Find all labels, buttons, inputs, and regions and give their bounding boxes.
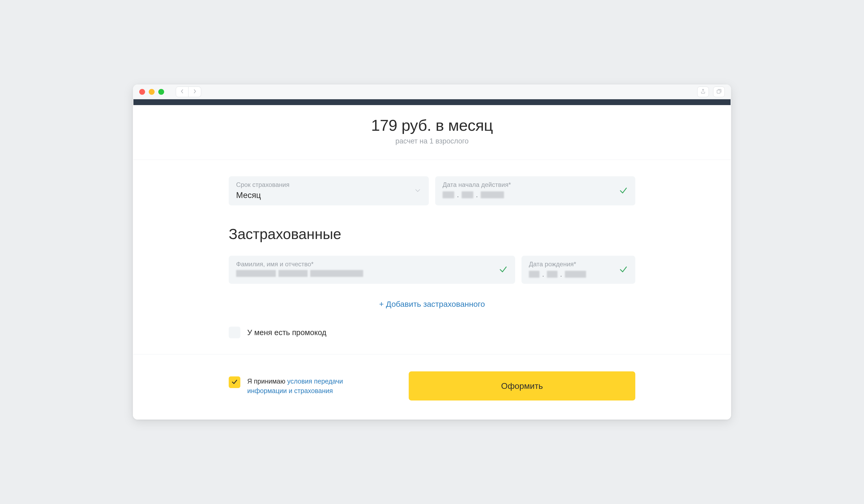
start-date-label: Дата начала действия* [443, 181, 628, 189]
fullname-value [236, 270, 508, 277]
duration-label: Срок страхования [236, 181, 421, 189]
check-icon [619, 186, 628, 196]
check-icon [619, 265, 628, 275]
share-button[interactable] [697, 86, 709, 97]
fullname-field[interactable]: Фамилия, имя и отчество* [229, 256, 515, 284]
terms-row: Я принимаю условия передачи информации и… [229, 376, 380, 396]
duration-select[interactable]: Срок страхования Месяц [229, 176, 429, 205]
check-icon [499, 265, 508, 275]
minimize-window-button[interactable] [149, 89, 155, 95]
submit-button[interactable]: Оформить [409, 371, 635, 400]
chevron-right-icon [193, 89, 197, 95]
price-subtitle: расчет на 1 взрослого [133, 137, 731, 145]
price-title: 179 руб. в месяц [133, 116, 731, 134]
promo-row: У меня есть промокод [229, 327, 635, 338]
promo-label: У меня есть промокод [247, 328, 326, 337]
check-icon [231, 378, 238, 386]
svg-rect-0 [717, 90, 720, 93]
start-date-value: . . [443, 191, 628, 199]
terms-prefix: Я принимаю [247, 377, 285, 385]
price-section: 179 руб. в месяц расчет на 1 взрослого [133, 105, 731, 160]
duration-value: Месяц [236, 191, 421, 200]
maximize-window-button[interactable] [158, 89, 164, 95]
dob-field[interactable]: Дата рождения* . . [521, 256, 635, 284]
chevron-left-icon [180, 89, 184, 95]
nav-buttons [176, 86, 201, 97]
insured-heading: Застрахованные [229, 226, 635, 242]
header-bar [133, 99, 731, 105]
fullname-label: Фамилия, имя и отчество* [236, 261, 508, 268]
share-icon [700, 88, 706, 95]
dob-label: Дата рождения* [529, 261, 628, 268]
browser-toolbar [133, 84, 731, 99]
dob-value: . . [529, 270, 628, 278]
chevron-down-icon [414, 187, 421, 195]
back-button[interactable] [176, 86, 189, 97]
add-insured-row: + Добавить застрахованного [229, 300, 635, 309]
form-section: Срок страхования Месяц Дата начала дейст… [133, 160, 731, 354]
start-date-field[interactable]: Дата начала действия* . . [435, 176, 635, 205]
tabs-icon [716, 88, 722, 95]
window-controls [139, 89, 164, 95]
terms-text: Я принимаю условия передачи информации и… [247, 376, 380, 396]
browser-window: 179 руб. в месяц расчет на 1 взрослого С… [133, 84, 731, 420]
close-window-button[interactable] [139, 89, 145, 95]
terms-checkbox[interactable] [229, 376, 240, 388]
tabs-button[interactable] [713, 86, 725, 97]
forward-button[interactable] [189, 86, 201, 97]
footer: Я принимаю условия передачи информации и… [133, 354, 731, 420]
add-insured-link[interactable]: + Добавить застрахованного [379, 300, 485, 308]
page-content: 179 руб. в месяц расчет на 1 взрослого С… [133, 99, 731, 420]
promo-checkbox[interactable] [229, 327, 240, 338]
